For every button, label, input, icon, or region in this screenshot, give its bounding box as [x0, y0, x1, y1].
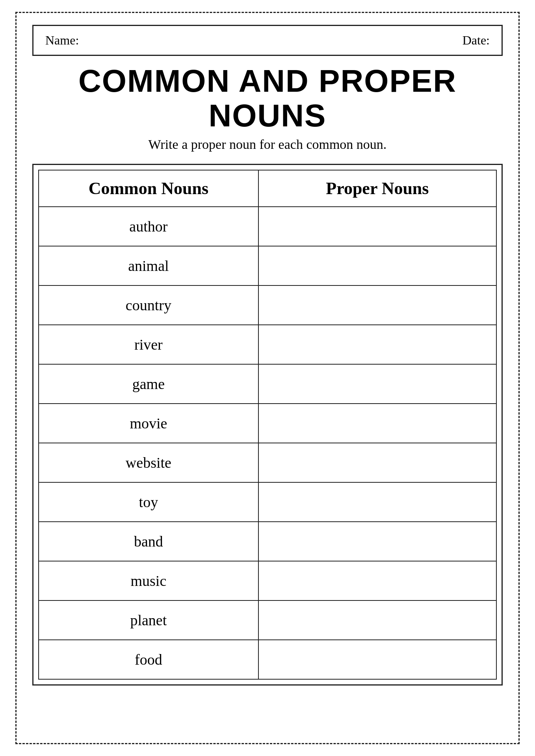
common-noun-cell: planet [39, 600, 258, 640]
common-noun-cell: country [39, 285, 258, 325]
common-noun-cell: river [39, 325, 258, 364]
table-container: Common Nouns Proper Nouns authoranimalco… [32, 164, 503, 686]
proper-noun-cell[interactable] [258, 522, 496, 561]
page: Name: Date: COMMON AND PROPER NOUNS Writ… [15, 12, 520, 744]
proper-noun-cell[interactable] [258, 600, 496, 640]
table-row: toy [39, 482, 496, 522]
date-label: Date: [463, 33, 490, 48]
table-row: animal [39, 246, 496, 285]
proper-noun-cell[interactable] [258, 640, 496, 679]
common-noun-cell: game [39, 364, 258, 404]
proper-noun-cell[interactable] [258, 404, 496, 443]
common-noun-cell: food [39, 640, 258, 679]
table-row: music [39, 561, 496, 600]
proper-noun-cell[interactable] [258, 482, 496, 522]
col-common-header: Common Nouns [39, 170, 258, 207]
table-row: river [39, 325, 496, 364]
nouns-table: Common Nouns Proper Nouns authoranimalco… [38, 170, 497, 680]
table-row: band [39, 522, 496, 561]
common-noun-cell: toy [39, 482, 258, 522]
table-row: movie [39, 404, 496, 443]
table-row: game [39, 364, 496, 404]
proper-noun-cell[interactable] [258, 325, 496, 364]
header-box: Name: Date: [32, 25, 503, 56]
proper-noun-cell[interactable] [258, 285, 496, 325]
table-row: author [39, 207, 496, 246]
proper-noun-cell[interactable] [258, 364, 496, 404]
common-noun-cell: website [39, 443, 258, 482]
name-label: Name: [45, 33, 79, 48]
proper-noun-cell[interactable] [258, 561, 496, 600]
common-noun-cell: band [39, 522, 258, 561]
table-row: website [39, 443, 496, 482]
table-row: planet [39, 600, 496, 640]
common-noun-cell: movie [39, 404, 258, 443]
proper-noun-cell[interactable] [258, 443, 496, 482]
table-header-row: Common Nouns Proper Nouns [39, 170, 496, 207]
common-noun-cell: animal [39, 246, 258, 285]
page-title: COMMON AND PROPER NOUNS [32, 64, 503, 133]
col-proper-header: Proper Nouns [258, 170, 496, 207]
common-noun-cell: author [39, 207, 258, 246]
common-noun-cell: music [39, 561, 258, 600]
table-row: country [39, 285, 496, 325]
table-row: food [39, 640, 496, 679]
proper-noun-cell[interactable] [258, 207, 496, 246]
proper-noun-cell[interactable] [258, 246, 496, 285]
page-subtitle: Write a proper noun for each common noun… [32, 137, 503, 152]
